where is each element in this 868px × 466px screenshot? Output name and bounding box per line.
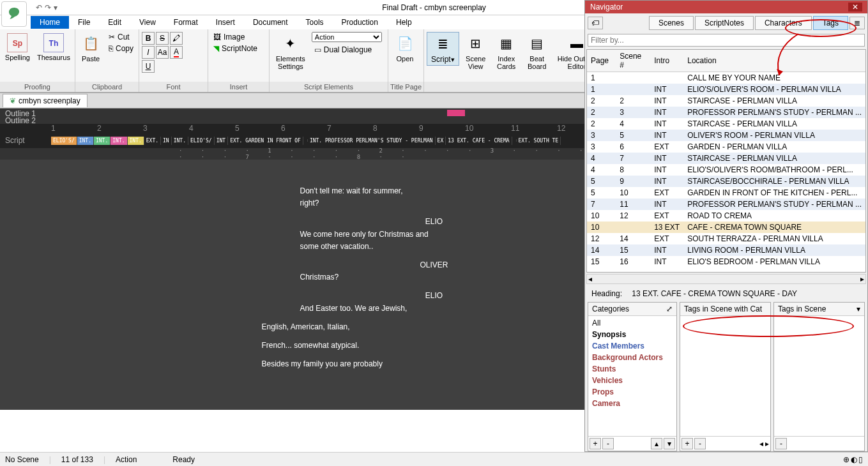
case-button[interactable]: Aa xyxy=(156,46,169,59)
scene-block[interactable]: INT xyxy=(215,137,228,145)
category-item[interactable]: Vehicles xyxy=(590,375,675,386)
image-button[interactable]: 🖼Image xyxy=(211,32,260,42)
menu-view[interactable]: View xyxy=(130,16,165,29)
scene-block[interactable]: ELIO'S/ xyxy=(188,137,215,145)
col-intro[interactable]: Intro xyxy=(650,50,683,72)
menu-file[interactable]: File xyxy=(69,16,99,29)
copy-button[interactable]: ⎘Copy xyxy=(106,43,136,54)
scene-block[interactable]: 13 EXT. CAFE - CREMA xyxy=(446,137,512,145)
scene-block[interactable] xyxy=(512,139,517,142)
col-scene[interactable]: Scene # xyxy=(616,50,650,72)
nav-tab-tags[interactable]: Tags xyxy=(813,16,848,30)
nav-tab-scenes[interactable]: Scenes xyxy=(649,16,694,30)
category-item[interactable]: Camera xyxy=(590,398,675,409)
cat-up-button[interactable]: ▴ xyxy=(651,438,662,449)
nav-tab-characters[interactable]: Characters xyxy=(755,16,812,30)
scene-block[interactable] xyxy=(303,139,308,142)
table-row[interactable]: 22INTSTAIRCASE - PERLMAN VILLA xyxy=(587,95,865,107)
scene-block[interactable]: INT. xyxy=(94,137,110,145)
table-row[interactable]: 1013 EXTCAFE - CREMA TOWN SQUARE xyxy=(587,222,865,233)
tisc-add-button[interactable]: + xyxy=(681,438,693,449)
document-tab[interactable]: ❦ cmbyn screenplay xyxy=(3,94,88,107)
table-row[interactable]: 24INTSTAIRCASE - PERLMAN VILLA xyxy=(587,118,865,130)
table-row[interactable]: 711INTPROFESSOR PERLMAN'S STUDY - PERLMA… xyxy=(587,199,865,210)
navigator-filter-input[interactable] xyxy=(588,34,865,47)
app-logo[interactable] xyxy=(1,1,27,27)
redo-icon[interactable]: ↷ xyxy=(45,3,51,12)
scene-block[interactable]: INT. xyxy=(110,137,127,145)
menu-production[interactable]: Production xyxy=(333,16,387,29)
category-item[interactable]: Stunts xyxy=(590,363,675,375)
menu-insert[interactable]: Insert xyxy=(207,16,244,29)
navigator-titlebar[interactable]: Navigator ✕ xyxy=(585,1,867,13)
list-icon[interactable]: ≣ xyxy=(849,17,865,29)
table-row[interactable]: 23INTPROFESSOR PERLMAN'S STUDY - PERLMAN… xyxy=(587,107,865,118)
scene-block[interactable]: INT. xyxy=(77,137,94,145)
table-row[interactable]: 1214EXTSOUTH TERRAZZA - PERLMAN VILLA xyxy=(587,233,865,244)
table-row[interactable]: 35INTOLIVER'S ROOM - PERLMAN VILLA xyxy=(587,130,865,141)
table-row[interactable]: 36EXTGARDEN - PERLMAN VILLA xyxy=(587,141,865,153)
menu-document[interactable]: Document xyxy=(244,16,297,29)
spelling-button[interactable]: SpSpelling xyxy=(3,32,33,63)
dual-dialogue-button[interactable]: ▭Dual Dialogue xyxy=(312,45,382,55)
strike-button[interactable]: S xyxy=(156,32,169,45)
outline-marker[interactable] xyxy=(447,110,465,116)
elements-settings-button[interactable]: ✦Elements Settings xyxy=(272,32,309,71)
expand-icon[interactable]: ⤢ xyxy=(666,304,673,313)
scene-block[interactable]: EXT. GARDEN IN FRONT OF xyxy=(228,137,303,145)
scene-block[interactable]: EXT. xyxy=(144,137,161,145)
index-cards-button[interactable]: ▦Index Cards xyxy=(492,32,521,71)
collapse-icon[interactable]: ▯ xyxy=(858,455,863,464)
underline-button[interactable]: U xyxy=(142,60,155,73)
navigator-hscroll[interactable]: ◂▸ xyxy=(586,274,866,284)
table-row[interactable]: 59INTSTAIRCASE/BOCCHIRALE - PERLMAN VILL… xyxy=(587,176,865,187)
cut-button[interactable]: ✂Cut xyxy=(106,32,136,42)
scene-block[interactable]: IN xyxy=(161,137,172,145)
col-page[interactable]: Page xyxy=(587,50,616,72)
night-icon[interactable]: ◐ xyxy=(851,455,857,464)
scene-block[interactable]: EXT. SOUTH TE xyxy=(517,137,561,145)
element-type-select[interactable]: Action xyxy=(312,32,382,42)
navigator-scene-table[interactable]: Page Scene # Intro Location 1CALL ME BY … xyxy=(586,49,866,273)
tag-icon[interactable]: 🏷 xyxy=(588,17,603,29)
category-item[interactable]: Props xyxy=(590,386,675,398)
category-item[interactable]: Cast Members xyxy=(590,340,675,352)
table-row[interactable]: 1CALL ME BY YOUR NAME xyxy=(587,72,865,84)
menu-format[interactable]: Format xyxy=(165,16,207,29)
thesaurus-button[interactable]: ThThesaurus xyxy=(35,32,72,63)
table-row[interactable]: 48INTELIO'S/OLIVER'S ROOM/BATHROOM - PER… xyxy=(587,164,865,176)
hscroll-icon[interactable]: ◂ ▸ xyxy=(759,439,769,448)
category-item[interactable]: Background Actors xyxy=(590,352,675,363)
font-color-button[interactable]: A xyxy=(170,46,183,59)
scene-view-button[interactable]: ⊞Scene View xyxy=(462,32,490,71)
open-title-page-button[interactable]: 📄Open xyxy=(391,32,419,64)
dropdown-icon[interactable]: ▾ xyxy=(857,304,860,313)
table-row[interactable]: 1415INTLIVING ROOM - PERLMAN VILLA xyxy=(587,244,865,256)
undo-icon[interactable]: ↶ xyxy=(36,3,42,12)
table-row[interactable]: 1INTELIO'S/OLIVER'S ROOM - PERLMAN VILLA xyxy=(587,84,865,95)
table-row[interactable]: 47INTSTAIRCASE - PERLMAN VILLA xyxy=(587,153,865,164)
menu-edit[interactable]: Edit xyxy=(99,16,130,29)
italic-button[interactable]: I xyxy=(142,46,155,59)
target-icon[interactable]: ⊕ xyxy=(843,455,849,464)
scene-block[interactable]: INT. xyxy=(128,137,144,145)
table-row[interactable]: 1012EXTROAD TO CREMA xyxy=(587,210,865,222)
tis-remove-button[interactable]: - xyxy=(775,438,787,449)
beat-board-button[interactable]: ▤Beat Board xyxy=(523,32,551,71)
table-row[interactable]: 510EXTGARDEN IN FRONT OF THE KITCHEN - P… xyxy=(587,187,865,199)
scene-block[interactable]: INT. PROFESSOR PERLMAN'S STUDY - PERLMAN xyxy=(308,137,436,145)
menu-tools[interactable]: Tools xyxy=(297,16,333,29)
table-row[interactable]: 1516INTELIO'S BEDROOM - PERLMAN VILLA xyxy=(587,256,865,267)
scene-block[interactable]: EX xyxy=(436,137,446,145)
navigator-close-button[interactable]: ✕ xyxy=(848,3,862,11)
bold-button[interactable]: B xyxy=(142,32,155,45)
menu-help[interactable]: Help xyxy=(387,16,421,29)
qat-dropdown-icon[interactable]: ▾ xyxy=(54,3,57,12)
scene-block[interactable]: ELIO'S/ xyxy=(51,137,77,145)
category-item[interactable]: Synopsis xyxy=(590,329,675,340)
paste-button[interactable]: 📋Paste xyxy=(78,32,103,64)
cat-add-button[interactable]: + xyxy=(590,438,601,449)
highlight-button[interactable]: 🖍 xyxy=(170,32,183,45)
script-view-button[interactable]: ≣Script▾ xyxy=(427,32,459,66)
col-location[interactable]: Location xyxy=(683,50,865,72)
